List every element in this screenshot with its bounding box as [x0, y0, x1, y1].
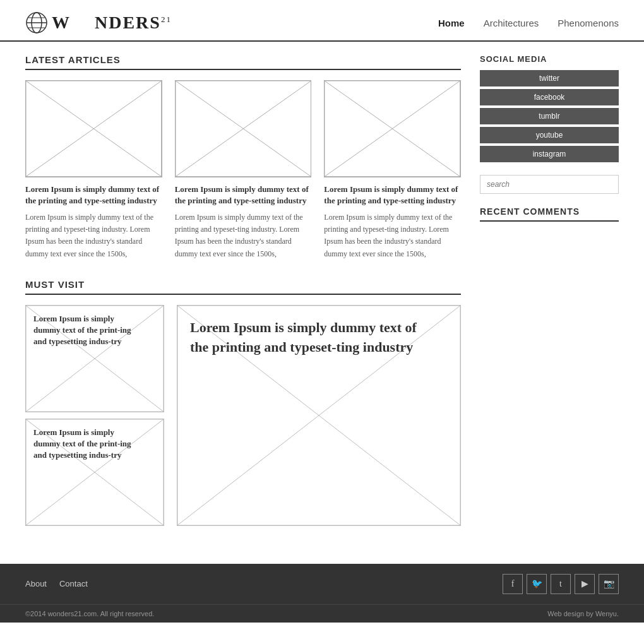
must-visit-small-1: Lorem Ipsum is simply dummy text of the …: [25, 305, 164, 412]
footer-links: About Contact: [25, 579, 88, 588]
nav-phenomenons[interactable]: Phenomenons: [558, 18, 619, 28]
article-card: Lorem Ipsum is simply dummy text of the …: [324, 80, 461, 260]
article-title-2: Lorem Ipsum is simply dummy text of the …: [175, 184, 312, 206]
must-visit-title: MUST VISIT: [25, 279, 461, 295]
must-visit-grid: Lorem Ipsum is simply dummy text of the …: [25, 305, 461, 526]
footer-bottom: ©2014 wonders21.com. All right reserved.…: [0, 604, 644, 623]
recent-comments-title: RECENT COMMENTS: [480, 206, 619, 222]
latest-articles-title: LATEST ARTICLES: [25, 54, 461, 70]
main-content: LATEST ARTICLES Lorem Ipsum is simply du…: [0, 42, 644, 539]
instagram-button[interactable]: instagram: [480, 146, 619, 162]
facebook-button[interactable]: facebook: [480, 89, 619, 105]
footer-youtube-icon[interactable]: ▶: [575, 574, 595, 594]
article-body-3: Lorem Ipsum is simply dummy text of the …: [324, 212, 461, 260]
tumblr-button[interactable]: tumblr: [480, 108, 619, 124]
footer-twitter-icon[interactable]: 🐦: [527, 574, 547, 594]
article-title-1: Lorem Ipsum is simply dummy text of the …: [25, 184, 162, 206]
youtube-button[interactable]: youtube: [480, 127, 619, 143]
logo-text: WNDERS21: [52, 13, 172, 33]
must-visit-large: Lorem Ipsum is simply dummy text of the …: [177, 305, 461, 526]
article-card: Lorem Ipsum is simply dummy text of the …: [25, 80, 162, 260]
header: WNDERS21 Home Architectures Phenomenons: [0, 0, 644, 42]
globe-icon: [25, 11, 48, 34]
footer-contact[interactable]: Contact: [59, 579, 88, 588]
latest-articles-section: LATEST ARTICLES Lorem Ipsum is simply du…: [25, 54, 461, 260]
twitter-button[interactable]: twitter: [480, 70, 619, 86]
sidebar: SOCIAL MEDIA twitter facebook tumblr you…: [480, 54, 619, 526]
footer-credit: Web design by Wenyu.: [547, 610, 619, 617]
footer-top: About Contact f 🐦 t ▶ 📷: [0, 564, 644, 604]
footer: About Contact f 🐦 t ▶ 📷 ©2014 wonders21.…: [0, 564, 644, 623]
footer-instagram-icon[interactable]: 📷: [599, 574, 619, 594]
article-card: Lorem Ipsum is simply dummy text of the …: [175, 80, 312, 260]
footer-tumblr-icon[interactable]: t: [551, 574, 571, 594]
footer-icons: f 🐦 t ▶ 📷: [503, 574, 619, 594]
content-area: LATEST ARTICLES Lorem Ipsum is simply du…: [25, 54, 461, 526]
must-visit-small-text-2: Lorem Ipsum is simply dummy text of the …: [33, 427, 134, 462]
footer-left: About Contact: [25, 579, 88, 588]
nav-architectures[interactable]: Architectures: [484, 18, 539, 28]
must-visit-large-text: Lorem Ipsum is simply dummy text of the …: [190, 318, 430, 357]
must-visit-large-item: Lorem Ipsum is simply dummy text of the …: [177, 305, 461, 526]
social-media-title: SOCIAL MEDIA: [480, 54, 619, 64]
article-image-1: [25, 80, 162, 177]
footer-copyright: ©2014 wonders21.com. All right reserved.: [25, 610, 154, 617]
must-visit-small-text-1: Lorem Ipsum is simply dummy text of the …: [33, 313, 134, 348]
must-visit-left: Lorem Ipsum is simply dummy text of the …: [25, 305, 164, 526]
must-visit-section: MUST VISIT Lorem Ipsum is simply dummy t…: [25, 279, 461, 526]
logo: WNDERS21: [25, 11, 172, 34]
logo-superscript: 21: [161, 15, 172, 24]
main-nav: Home Architectures Phenomenons: [438, 18, 619, 28]
footer-facebook-icon[interactable]: f: [503, 574, 523, 594]
article-body-1: Lorem Ipsum is simply dummy text of the …: [25, 212, 162, 260]
article-image-2: [175, 80, 312, 177]
article-title-3: Lorem Ipsum is simply dummy text of the …: [324, 184, 461, 206]
article-image-3: [324, 80, 461, 177]
articles-grid: Lorem Ipsum is simply dummy text of the …: [25, 80, 461, 260]
social-buttons: twitter facebook tumblr youtube instagra…: [480, 70, 619, 162]
must-visit-small-2: Lorem Ipsum is simply dummy text of the …: [25, 419, 164, 526]
nav-home[interactable]: Home: [438, 18, 465, 28]
article-body-2: Lorem Ipsum is simply dummy text of the …: [175, 212, 312, 260]
search-input[interactable]: [480, 175, 619, 194]
footer-about[interactable]: About: [25, 579, 47, 588]
